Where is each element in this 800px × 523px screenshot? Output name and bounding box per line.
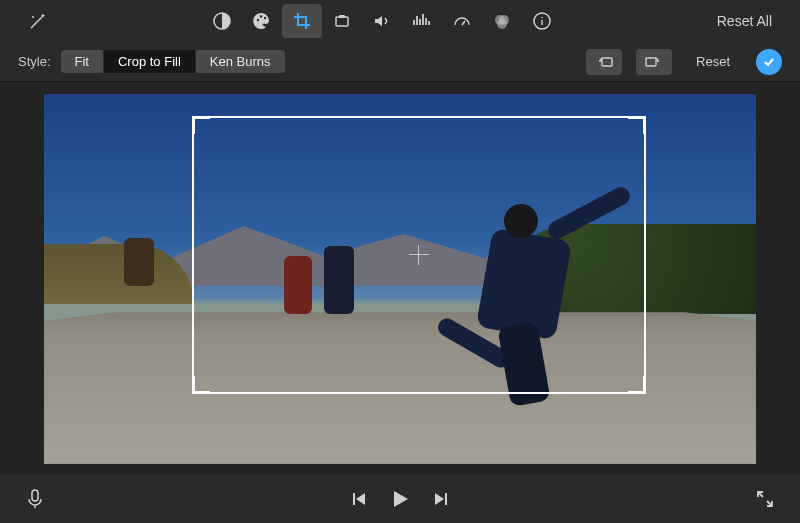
reset-button[interactable]: Reset	[686, 50, 740, 73]
reset-all-button[interactable]: Reset All	[707, 9, 782, 33]
svg-rect-5	[339, 15, 345, 18]
svg-point-1	[257, 19, 259, 21]
rotate-ccw-button[interactable]	[586, 49, 622, 75]
noise-eq-icon[interactable]	[402, 4, 442, 38]
crop-style-bar: Style: Fit Crop to Fill Ken Burns Reset	[0, 42, 800, 82]
rotate-cw-button[interactable]	[636, 49, 672, 75]
svg-rect-14	[353, 493, 355, 505]
style-option-fit[interactable]: Fit	[61, 50, 104, 73]
previous-button[interactable]	[351, 491, 367, 507]
playback-bar	[0, 475, 800, 523]
svg-rect-4	[336, 17, 348, 26]
svg-point-10	[542, 17, 544, 19]
tool-icon-group	[202, 4, 562, 38]
style-segmented-control: Fit Crop to Fill Ken Burns	[61, 50, 285, 73]
svg-point-8	[497, 19, 507, 29]
imovie-crop-panel: Reset All Style: Fit Crop to Fill Ken Bu…	[0, 0, 800, 523]
video-frame	[44, 94, 756, 464]
auto-enhance-wand-icon[interactable]	[18, 4, 58, 38]
next-button[interactable]	[433, 491, 449, 507]
svg-point-3	[264, 17, 266, 19]
svg-rect-15	[445, 493, 447, 505]
speed-icon[interactable]	[442, 4, 482, 38]
style-label: Style:	[18, 54, 51, 69]
inspector-toolbar: Reset All	[0, 0, 800, 42]
crop-center-cross-icon	[409, 245, 429, 265]
play-button[interactable]	[389, 488, 411, 510]
crop-rectangle[interactable]	[192, 116, 646, 394]
stabilization-icon[interactable]	[322, 4, 362, 38]
crop-handle-br[interactable]	[628, 376, 646, 394]
color-palette-icon[interactable]	[242, 4, 282, 38]
crop-handle-tr[interactable]	[628, 116, 646, 134]
crop-handle-tl[interactable]	[192, 116, 210, 134]
crop-icon[interactable]	[282, 4, 322, 38]
color-balance-icon[interactable]	[202, 4, 242, 38]
svg-point-2	[260, 15, 262, 17]
style-option-crop-to-fill[interactable]: Crop to Fill	[104, 50, 196, 73]
style-option-ken-burns[interactable]: Ken Burns	[196, 50, 285, 73]
crop-handle-bl[interactable]	[192, 376, 210, 394]
volume-icon[interactable]	[362, 4, 402, 38]
voiceover-mic-button[interactable]	[26, 488, 44, 510]
info-icon[interactable]	[522, 4, 562, 38]
svg-rect-13	[32, 490, 38, 501]
svg-rect-11	[602, 58, 612, 66]
apply-checkmark-button[interactable]	[756, 49, 782, 75]
svg-rect-12	[646, 58, 656, 66]
fullscreen-button[interactable]	[756, 490, 774, 508]
preview-viewer	[0, 82, 800, 475]
filters-overlap-icon[interactable]	[482, 4, 522, 38]
